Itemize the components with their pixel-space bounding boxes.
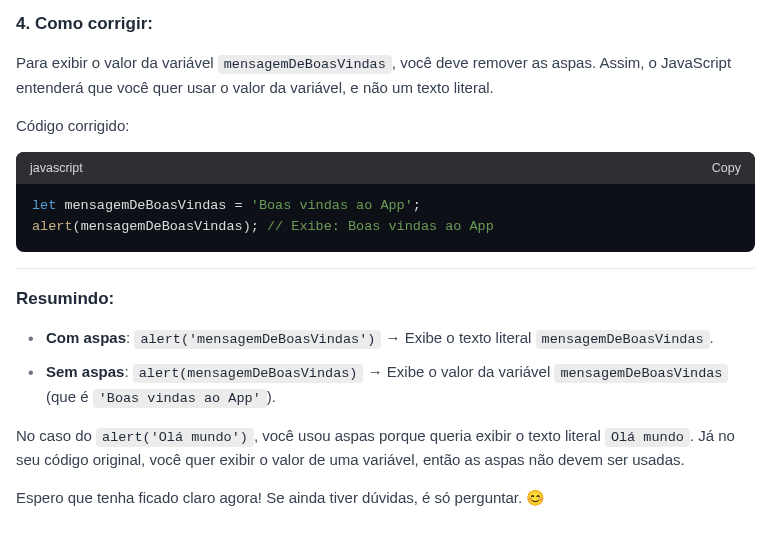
token-keyword: let bbox=[32, 198, 56, 213]
code-block: javascript Copy let mensagemDeBoasVindas… bbox=[16, 152, 755, 252]
copy-button[interactable]: Copy bbox=[712, 161, 741, 175]
paragraph-intro: Para exibir o valor da variável mensagem… bbox=[16, 51, 755, 100]
code-lang-label: javascript bbox=[30, 158, 83, 178]
paragraph-codelabel: Código corrigido: bbox=[16, 114, 755, 138]
inline-code: Olá mundo bbox=[605, 428, 690, 447]
text: (que é bbox=[46, 388, 93, 405]
token-identifier: mensagemDeBoasVindas bbox=[64, 198, 226, 213]
text: , você usou aspas porque queria exibir o… bbox=[254, 427, 605, 444]
text: Para exibir o valor da variável bbox=[16, 54, 218, 71]
smile-icon: 😊 bbox=[526, 489, 545, 506]
inline-code-var: mensagemDeBoasVindas bbox=[218, 55, 392, 74]
section-heading-fix: 4. Como corrigir: bbox=[16, 10, 755, 37]
bullet-label: Com aspas bbox=[46, 329, 126, 346]
inline-code: alert(mensagemDeBoasVindas) bbox=[133, 364, 364, 383]
token-identifier: mensagemDeBoasVindas bbox=[81, 219, 243, 234]
token-punct: ( bbox=[73, 219, 81, 234]
divider bbox=[16, 268, 755, 269]
paragraph-example: No caso do alert('Olá mundo'), você usou… bbox=[16, 424, 755, 473]
paragraph-closing: Espero que tenha ficado claro agora! Se … bbox=[16, 486, 755, 510]
bullet-list: Com aspas: alert('mensagemDeBoasVindas')… bbox=[16, 326, 755, 410]
inline-code: mensagemDeBoasVindas bbox=[536, 330, 710, 349]
token-punct: ) bbox=[243, 219, 251, 234]
list-item: Com aspas: alert('mensagemDeBoasVindas')… bbox=[28, 326, 755, 351]
inline-code: alert('mensagemDeBoasVindas') bbox=[134, 330, 381, 349]
token-func: alert bbox=[32, 219, 73, 234]
text: → Exibe o texto literal bbox=[381, 329, 535, 346]
text: → Exibe o valor da variável bbox=[363, 363, 554, 380]
text: Espero que tenha ficado claro agora! Se … bbox=[16, 489, 526, 506]
list-item: Sem aspas: alert(mensagemDeBoasVindas) →… bbox=[28, 360, 755, 409]
section-heading-summary: Resumindo: bbox=[16, 285, 755, 312]
inline-code: 'Boas vindas ao App' bbox=[93, 389, 267, 408]
token-punct: ; bbox=[251, 219, 259, 234]
text: ). bbox=[267, 388, 276, 405]
text: . bbox=[710, 329, 714, 346]
inline-code: mensagemDeBoasVindas bbox=[554, 364, 728, 383]
code-body: let mensagemDeBoasVindas = 'Boas vindas … bbox=[16, 184, 755, 252]
token-punct: ; bbox=[413, 198, 421, 213]
token-comment: // Exibe: Boas vindas ao App bbox=[267, 219, 494, 234]
token-string: 'Boas vindas ao App' bbox=[251, 198, 413, 213]
inline-code: alert('Olá mundo') bbox=[96, 428, 254, 447]
token-operator: = bbox=[235, 198, 243, 213]
text: No caso do bbox=[16, 427, 96, 444]
code-header: javascript Copy bbox=[16, 152, 755, 184]
bullet-label: Sem aspas bbox=[46, 363, 124, 380]
